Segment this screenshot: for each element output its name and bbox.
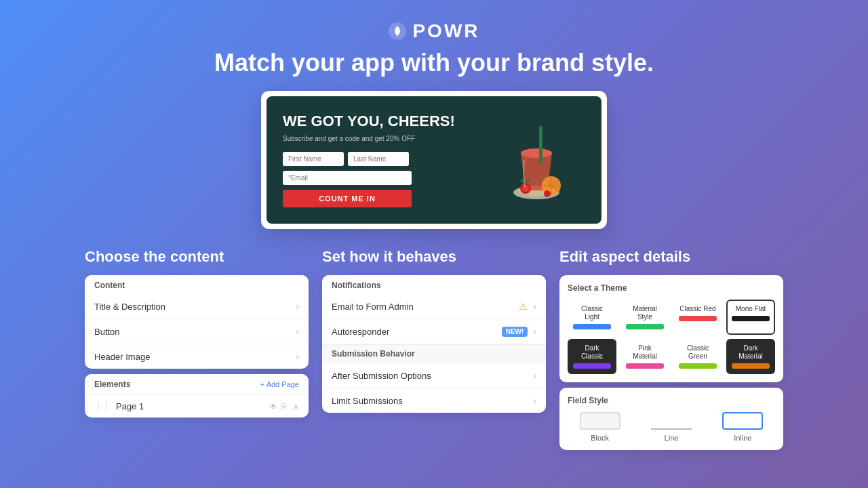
svg-point-4	[521, 148, 552, 158]
behavior-column: Set how it behaves Notifications Email t…	[322, 248, 546, 450]
field-style-panel: Field Style Block Line Inline	[559, 388, 783, 450]
page-chevron-icon[interactable]: ∧	[293, 402, 299, 411]
content-panel: Content Title & Description › Button › H…	[85, 275, 309, 369]
theme-pink-material-label: Pink Material	[626, 344, 664, 361]
columns: Choose the content Content Title & Descr…	[0, 248, 868, 450]
email-admin-row[interactable]: Email to Form Admin ⚠ ›	[322, 294, 546, 319]
after-submission-arrow: ›	[533, 370, 536, 381]
autoresponder-arrow: ›	[533, 326, 536, 337]
theme-classic-light-label: Classic Light	[573, 305, 611, 321]
material-style-bar	[626, 324, 664, 329]
preview-left: WE GOT YOU, CHEERS! Subscribe and get a …	[283, 113, 484, 207]
pink-material-bar	[626, 363, 664, 369]
theme-classic-green-label: Classic Green	[679, 344, 717, 361]
new-badge: NEW!	[502, 327, 528, 337]
email-admin-right: ⚠ ›	[519, 301, 536, 312]
theme-classic-red-label: Classic Red	[679, 305, 715, 313]
page-header: POWR Match your app with your brand styl…	[0, 0, 868, 77]
theme-classic-green[interactable]: Classic Green	[673, 339, 722, 374]
email-admin-label: Email to Form Admin	[332, 302, 414, 312]
cocktail-svg	[484, 113, 585, 207]
email-admin-arrow: ›	[533, 301, 536, 312]
add-page-button[interactable]: + Add Page	[260, 380, 299, 388]
theme-grid: Classic Light Material Style Classic Red…	[568, 300, 775, 374]
after-submission-label: After Submission Options	[332, 371, 431, 381]
content-column: Choose the content Content Title & Descr…	[85, 248, 309, 450]
theme-pink-material[interactable]: Pink Material	[620, 339, 669, 374]
header-image-arrow: ›	[296, 351, 299, 362]
limit-submissions-arrow: ›	[533, 395, 536, 406]
behavior-column-title: Set how it behaves	[322, 248, 546, 266]
first-name-field[interactable]	[283, 152, 344, 166]
theme-dark-classic-label: Dark Classic	[573, 344, 611, 361]
tagline: Match your app with your brand style.	[0, 49, 868, 77]
field-inline-label: Inline	[734, 434, 751, 442]
field-style-line[interactable]: Line	[651, 412, 692, 442]
theme-classic-light[interactable]: Classic Light	[568, 300, 616, 335]
autoresponder-row[interactable]: Autoresponder NEW! ›	[322, 319, 546, 344]
autoresponder-label: Autoresponder	[332, 327, 389, 337]
drag-handle-icon: ⋮⋮	[94, 402, 111, 411]
theme-panel: Select a Theme Classic Light Material St…	[559, 275, 783, 382]
field-block-label: Block	[591, 434, 609, 442]
limit-submissions-row[interactable]: Limit Submissions ›	[322, 388, 546, 413]
button-row[interactable]: Button ›	[85, 319, 309, 344]
submission-behavior-header: Submission Behavior	[322, 344, 546, 363]
preview-title: WE GOT YOU, CHEERS!	[283, 113, 484, 130]
copy-icon[interactable]: ⎘	[281, 402, 286, 411]
theme-material-style[interactable]: Material Style	[620, 300, 669, 335]
field-inline-preview	[722, 412, 763, 430]
field-style-block[interactable]: Block	[580, 412, 620, 442]
visibility-icon[interactable]: 👁	[269, 402, 277, 411]
elements-label: Elements	[94, 380, 130, 389]
limit-submissions-label: Limit Submissions	[332, 396, 403, 406]
header-image-label: Header Image	[94, 352, 150, 362]
field-style-options: Block Line Inline	[568, 412, 775, 442]
dark-material-bar	[732, 363, 770, 369]
theme-classic-red[interactable]: Classic Red	[673, 300, 722, 335]
elements-header: Elements + Add Page	[85, 374, 309, 395]
svg-point-9	[544, 190, 551, 197]
page-row: ⋮⋮ Page 1 👁 ⎘ ∧	[85, 395, 309, 418]
title-description-row[interactable]: Title & Description ›	[85, 294, 309, 319]
preview-wrapper: WE GOT YOU, CHEERS! Subscribe and get a …	[0, 91, 868, 229]
design-column-title: Edit aspect details	[559, 248, 783, 266]
field-style-title: Field Style	[568, 396, 775, 405]
header-image-row[interactable]: Header Image ›	[85, 344, 309, 369]
title-description-label: Title & Description	[94, 302, 165, 312]
theme-dark-classic[interactable]: Dark Classic	[568, 339, 616, 374]
content-panel-header: Content	[85, 275, 309, 294]
field-style-inline[interactable]: Inline	[722, 412, 763, 442]
theme-dark-material-label: Dark Material	[732, 344, 770, 361]
field-block-preview	[580, 412, 620, 430]
svg-point-8	[522, 185, 529, 192]
page-row-right: 👁 ⎘ ∧	[269, 402, 299, 411]
design-column: Edit aspect details Select a Theme Class…	[559, 248, 783, 450]
notifications-header: Notifications	[322, 275, 546, 294]
theme-section-title: Select a Theme	[568, 283, 775, 293]
behavior-panel: Notifications Email to Form Admin ⚠ › Au…	[322, 275, 546, 413]
email-field[interactable]	[283, 171, 412, 185]
count-me-in-button[interactable]: COUNT ME IN	[283, 190, 412, 207]
dark-classic-bar	[573, 363, 611, 369]
theme-material-style-label: Material Style	[626, 305, 664, 321]
field-line-preview	[651, 412, 692, 430]
autoresponder-right: NEW! ›	[502, 326, 536, 337]
classic-red-bar	[679, 316, 717, 321]
preview-inner: WE GOT YOU, CHEERS! Subscribe and get a …	[267, 96, 601, 224]
warning-icon: ⚠	[519, 301, 528, 312]
last-name-field[interactable]	[348, 152, 409, 166]
preview-card: WE GOT YOU, CHEERS! Subscribe and get a …	[261, 91, 607, 229]
logo-text: POWR	[412, 20, 479, 42]
after-submission-row[interactable]: After Submission Options ›	[322, 363, 546, 388]
button-arrow: ›	[296, 326, 299, 337]
button-label: Button	[94, 327, 120, 337]
theme-mono-flat[interactable]: Mono Flat	[726, 300, 775, 335]
theme-dark-material[interactable]: Dark Material	[726, 339, 775, 374]
title-description-arrow: ›	[296, 301, 299, 312]
elements-panel: Elements + Add Page ⋮⋮ Page 1 👁 ⎘ ∧	[85, 374, 309, 418]
theme-mono-flat-label: Mono Flat	[736, 305, 766, 313]
field-line-label: Line	[665, 434, 679, 442]
preview-subtitle: Subscribe and get a code and get 20% OFF	[283, 135, 484, 142]
content-column-title: Choose the content	[85, 248, 309, 266]
